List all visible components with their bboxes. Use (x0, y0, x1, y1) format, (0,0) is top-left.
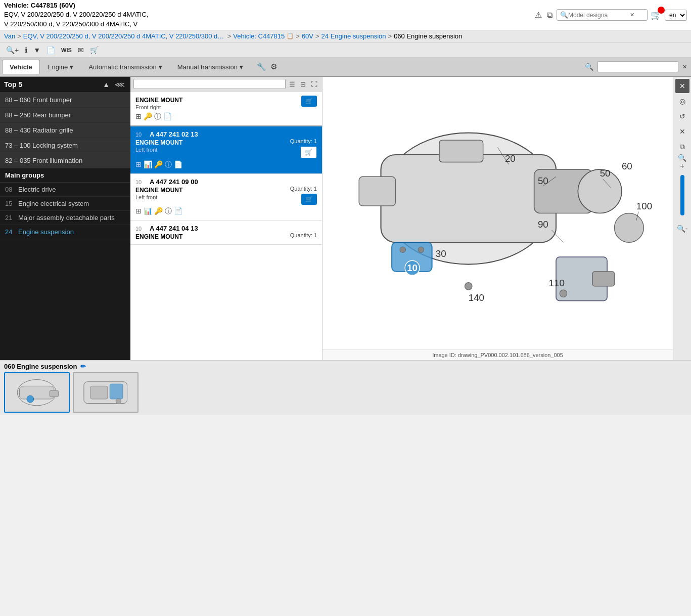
svg-rect-1 (381, 155, 557, 242)
info-action-icon-2[interactable]: ⓘ (165, 207, 172, 216)
doc-toolbar-btn[interactable]: 📄 (44, 45, 57, 55)
sidebar-group-electric-label: Electric drive (18, 186, 56, 193)
filter-toolbar-btn[interactable]: ▼ (31, 45, 42, 55)
rt-close-btn[interactable]: ✕ (675, 79, 689, 93)
parts-search-input[interactable] (133, 79, 286, 89)
breadcrumb-model[interactable]: EQV, V 200/220/250 d, V 200/220/250 d 4M… (23, 32, 225, 40)
wrench-icon-btn[interactable]: 🔧 (255, 61, 268, 72)
doc-action-icon-1[interactable]: 📄 (174, 160, 182, 169)
part-item-2[interactable]: 10 A 447 241 09 00 ENGINE MOUNT Left fro… (130, 174, 322, 221)
part-item-1[interactable]: 10 A 447 241 02 13 ENGINE MOUNT Left fro… (130, 126, 322, 174)
part-right-2: Quantity: 1 🛒 (290, 186, 317, 205)
sidebar-item-rear-bumper[interactable]: 88 – 250 Rear bumper (0, 108, 130, 123)
key-action-icon-2[interactable]: 🔑 (154, 207, 163, 216)
doc-action-icon-0[interactable]: 📄 (163, 112, 172, 121)
part-row-0: ENGINE MOUNT Front right 🛒 (135, 96, 317, 110)
grid-action-icon-1[interactable]: ⊞ (135, 160, 142, 169)
parts-list-view-btn[interactable]: ☰ (288, 80, 297, 89)
tab-automatic-label: Automatic transmission (88, 63, 156, 71)
toolbar-row: 🔍+ ℹ ▼ 📄 WIS ✉ 🛒 (0, 42, 691, 58)
header-icons: ⚠ ⧉ 🔍 ✕ 🛒 en de (534, 9, 687, 21)
breadcrumb-60v[interactable]: 60V (302, 32, 313, 40)
parts-panel: ☰ ⊞ ⛶ ENGINE MOUNT Front right 🛒 ⊞ 🔑 ⓘ (130, 77, 323, 360)
key-action-icon-0[interactable]: 🔑 (144, 112, 152, 121)
tab-automatic-dropdown-icon: ▾ (159, 63, 162, 71)
sidebar-group-engine-suspension[interactable]: 24 Engine suspension (0, 225, 130, 239)
image-area: 10 20 30 50 50 60 90 100 110 140 Image I… (323, 77, 673, 360)
gear-icon-btn[interactable]: ⚙ (268, 61, 279, 72)
thumbnail-0[interactable] (4, 372, 70, 413)
thumbnail-row (4, 372, 687, 413)
key-action-icon-1[interactable]: 🔑 (154, 160, 163, 169)
sidebar-item-front-bumper[interactable]: 88 – 060 Front bumper (0, 93, 130, 108)
image-id-label: Image ID: drawing_PV000.002.101.686_vers… (323, 349, 673, 360)
sidebar-item-illumination[interactable]: 82 – 035 Front illumination (0, 153, 130, 168)
part-item-0[interactable]: ENGINE MOUNT Front right 🛒 ⊞ 🔑 ⓘ 📄 (130, 92, 322, 126)
svg-text:100: 100 (636, 201, 652, 211)
parts-grid-view-btn[interactable]: ⊞ (299, 80, 307, 89)
part-item-3[interactable]: 10 A 447 241 04 13 ENGINE MOUNT Quantity… (130, 221, 322, 245)
edit-icon[interactable]: ✏ (80, 363, 86, 370)
parts-expand-btn[interactable]: ⛶ (309, 80, 319, 89)
mail-toolbar-btn[interactable]: ✉ (76, 45, 86, 55)
cart-toolbar-btn[interactable]: 🛒 (88, 45, 101, 55)
sidebar-top-section: 88 – 060 Front bumper 88 – 250 Rear bump… (0, 93, 130, 168)
cart-icon-header[interactable]: 🛒 (651, 10, 662, 21)
sep5: > (388, 32, 392, 40)
rt-layers-btn[interactable]: ⧉ (675, 140, 689, 154)
chart-action-icon-1[interactable]: 📊 (144, 160, 152, 169)
tab-automatic-transmission[interactable]: Automatic transmission ▾ (81, 60, 169, 74)
rt-slider[interactable] (680, 175, 684, 215)
tab-engine[interactable]: Engine ▾ (40, 60, 81, 74)
part-pos-1: 10 (135, 131, 147, 138)
thumbnail-1[interactable] (73, 372, 139, 413)
copy-vehicle-icon[interactable]: 📋 (287, 33, 294, 39)
thumbnail-0-img (8, 375, 65, 410)
breadcrumb-24engine[interactable]: 24 Engine suspension (321, 32, 386, 40)
breadcrumb-vehicle[interactable]: Vehicle: C447815 (233, 32, 285, 40)
nav-search-clear-btn[interactable]: ✕ (680, 63, 689, 71)
info-action-icon-1[interactable]: ⓘ (165, 160, 172, 169)
info-action-icon-0[interactable]: ⓘ (154, 112, 161, 121)
info-toolbar-btn[interactable]: ℹ (23, 45, 29, 55)
rt-zoom-out-btn[interactable]: 🔍- (675, 222, 689, 236)
grid-action-icon-0[interactable]: ⊞ (135, 112, 142, 121)
lang-selector[interactable]: en de (665, 10, 687, 21)
rt-target-btn[interactable]: ◎ (675, 94, 689, 108)
sidebar-collapse-btn[interactable]: ▲ (101, 80, 111, 89)
cart-btn-1[interactable]: 🛒 (300, 146, 317, 158)
header: Vehicle: C447815 (60V) EQV, V 200/220/25… (0, 0, 691, 30)
tab-vehicle[interactable]: Vehicle (2, 60, 40, 74)
part-row-2: ENGINE MOUNT Left front Quantity: 1 🛒 (135, 186, 317, 205)
grid-action-icon-2[interactable]: ⊞ (135, 207, 142, 216)
rt-crosshair-btn[interactable]: ✕ (675, 124, 689, 139)
cart-btn-0[interactable]: 🛒 (301, 96, 317, 107)
header-search-input[interactable] (568, 12, 629, 19)
rt-zoom-in-btn[interactable]: 🔍+ (675, 155, 689, 169)
breadcrumb-van[interactable]: Van (4, 32, 15, 40)
tab-manual-label: Manual transmission (177, 63, 238, 71)
chart-action-icon-2[interactable]: 📊 (144, 207, 152, 216)
zoom-in-toolbar-btn[interactable]: 🔍+ (4, 45, 21, 55)
sidebar-group-electric[interactable]: 08 Electric drive (0, 183, 130, 197)
rt-history-btn[interactable]: ↺ (675, 109, 689, 123)
sidebar-group-engine-electrical[interactable]: 15 Engine electrical system (0, 197, 130, 211)
copy-icon-btn[interactable]: ⧉ (546, 10, 554, 21)
doc-action-icon-2[interactable]: 📄 (174, 207, 182, 216)
nav-search-input[interactable] (597, 61, 678, 72)
part-number-2: A 447 241 09 00 (150, 178, 198, 186)
sidebar-item-locking[interactable]: 73 – 100 Locking system (0, 138, 130, 153)
part-row-1: ENGINE MOUNT Left front Quantity: 1 🛒 (135, 138, 317, 158)
sidebar-minimize-btn[interactable]: ⋘ (113, 80, 126, 89)
wis-toolbar-btn[interactable]: WIS (59, 46, 74, 54)
sidebar-group-major-assembly[interactable]: 21 Major assembly detachable parts (0, 211, 130, 225)
header-search-clear-btn[interactable]: ✕ (629, 12, 635, 18)
tab-manual-transmission[interactable]: Manual transmission ▾ (170, 60, 251, 74)
part-qty-1: Quantity: 1 (290, 138, 317, 144)
warning-icon-btn[interactable]: ⚠ (534, 9, 543, 21)
cart-btn-2[interactable]: 🛒 (301, 194, 317, 205)
sidebar-item-rear-bumper-label: 88 – 250 Rear bumper (5, 111, 71, 119)
part-desc-0: ENGINE MOUNT (135, 97, 182, 104)
sidebar-item-radiator[interactable]: 88 – 430 Radiator grille (0, 123, 130, 138)
nav-search-icon-btn[interactable]: 🔍 (583, 62, 595, 72)
